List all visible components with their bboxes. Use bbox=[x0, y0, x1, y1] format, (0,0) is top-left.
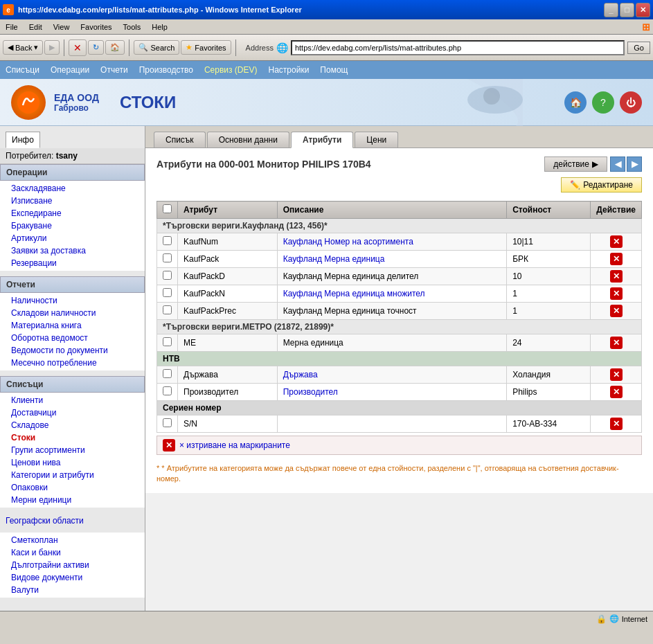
lists-header[interactable]: Списъци bbox=[0, 376, 145, 393]
nav-lists[interactable]: Списъци bbox=[6, 65, 39, 75]
sidebar-grupi[interactable]: Групи асортименти bbox=[0, 444, 145, 456]
sidebar-dostavchici[interactable]: Доставчици bbox=[0, 406, 145, 419]
row-checkbox[interactable] bbox=[163, 386, 172, 395]
edit-button[interactable]: ✏️ Редактиране bbox=[561, 177, 642, 193]
sidebar-klienti[interactable]: Клиенти bbox=[0, 394, 145, 406]
help-button[interactable]: ? bbox=[592, 91, 614, 114]
address-input[interactable] bbox=[291, 40, 625, 55]
operations-header[interactable]: Операции bbox=[0, 164, 145, 181]
close-button[interactable]: ✕ bbox=[636, 3, 650, 17]
row-checkbox[interactable] bbox=[163, 253, 172, 262]
sidebar-materialna[interactable]: Материална книга bbox=[0, 319, 145, 332]
desc-link[interactable]: Кауфланд Мерна единица bbox=[283, 254, 385, 264]
sidebar-mesechno[interactable]: Месечно потребление bbox=[0, 357, 145, 369]
tab-osnovni[interactable]: Основни данни bbox=[207, 132, 289, 147]
desc-link[interactable]: Държава bbox=[283, 370, 318, 379]
forward-button[interactable]: ▶ bbox=[44, 40, 60, 55]
sidebar-merni[interactable]: Мерни единици bbox=[0, 494, 145, 506]
row-checkbox[interactable] bbox=[163, 305, 172, 314]
prev-arrow-button[interactable]: ◀ bbox=[610, 156, 625, 172]
select-all-checkbox[interactable] bbox=[163, 204, 172, 213]
nav-production[interactable]: Производство bbox=[139, 65, 193, 75]
sidebar-nalichnosti[interactable]: Наличности bbox=[0, 294, 145, 307]
desc-link[interactable]: Кауфланд Мерна единица множител bbox=[283, 289, 425, 298]
logout-button[interactable]: ⏻ bbox=[620, 91, 642, 114]
row-checkbox[interactable] bbox=[163, 418, 172, 427]
menu-view[interactable]: View bbox=[48, 21, 75, 33]
desc-link[interactable]: Кауфланд Номер на асортимента bbox=[283, 237, 413, 247]
delete-selected-icon[interactable]: ✕ bbox=[163, 439, 175, 451]
nav-reports[interactable]: Отчети bbox=[100, 65, 128, 75]
row-checkbox[interactable] bbox=[163, 271, 172, 280]
delete-row-button[interactable]: ✕ bbox=[610, 253, 623, 265]
menu-help[interactable]: Help bbox=[146, 21, 173, 33]
search-button[interactable]: 🔍 Search bbox=[134, 40, 179, 55]
attr-name: ME bbox=[178, 334, 278, 352]
delete-row-button[interactable]: ✕ bbox=[610, 287, 623, 300]
sidebar-vedomosti[interactable]: Ведомости по документи bbox=[0, 344, 145, 357]
menu-edit[interactable]: Edit bbox=[24, 21, 48, 33]
minimize-button[interactable]: _ bbox=[604, 3, 618, 17]
nav-operations[interactable]: Операции bbox=[51, 65, 89, 75]
delete-row-button[interactable]: ✕ bbox=[610, 270, 623, 283]
sidebar-skladovi[interactable]: Складови наличности bbox=[0, 307, 145, 319]
back-button[interactable]: ◀ Back ▾ bbox=[3, 40, 43, 55]
tab-spisak[interactable]: Списък bbox=[154, 132, 206, 147]
tab-ceni[interactable]: Цени bbox=[355, 132, 398, 147]
group-header-row: *Търговски вериги.Кауфланд (123, 456)* bbox=[157, 219, 642, 233]
next-arrow-button[interactable]: ▶ bbox=[627, 156, 642, 172]
delete-row-button[interactable]: ✕ bbox=[610, 235, 623, 248]
sidebar-dalgotrayni[interactable]: Дълготрайни активи bbox=[0, 559, 145, 571]
sidebar-vidove[interactable]: Видове документи bbox=[0, 571, 145, 584]
row-checkbox[interactable] bbox=[163, 369, 172, 378]
home-button[interactable]: 🏠 bbox=[105, 40, 125, 55]
delete-row-button[interactable]: ✕ bbox=[610, 368, 623, 381]
favorites-button[interactable]: ★ Favorites bbox=[181, 40, 231, 55]
maximize-button[interactable]: □ bbox=[620, 3, 634, 17]
menu-tools[interactable]: Tools bbox=[118, 21, 147, 33]
go-button[interactable]: Go bbox=[627, 42, 650, 54]
tab-atributi[interactable]: Атрибути bbox=[291, 132, 353, 148]
delete-row-button[interactable]: ✕ bbox=[610, 418, 623, 430]
home-nav-button[interactable]: 🏠 bbox=[564, 91, 587, 114]
sidebar-rezervacii[interactable]: Резервации bbox=[0, 257, 145, 269]
sidebar-valuti[interactable]: Валути bbox=[0, 584, 145, 596]
nav-service[interactable]: Сервиз (DEV) bbox=[204, 65, 258, 75]
nav-help[interactable]: Помощ bbox=[320, 65, 348, 75]
action-button[interactable]: действие ▶ bbox=[544, 156, 607, 172]
sidebar-geo[interactable]: Географски области bbox=[0, 513, 145, 528]
sidebar-stoki[interactable]: Стоки bbox=[0, 431, 145, 444]
menu-favorites[interactable]: Favorites bbox=[75, 21, 117, 33]
sidebar-ekspedirane[interactable]: Експедиране bbox=[0, 207, 145, 220]
sidebar-artikuli[interactable]: Артикули bbox=[0, 232, 145, 244]
sidebar-skladove[interactable]: Складове bbox=[0, 419, 145, 431]
reports-header[interactable]: Отчети bbox=[0, 276, 145, 293]
desc-link[interactable]: Производител bbox=[283, 387, 338, 397]
stop-button[interactable]: ✕ bbox=[69, 39, 87, 56]
page-icon: 🌐 bbox=[276, 42, 288, 53]
sidebar-kategorii[interactable]: Категории и атрибути bbox=[0, 469, 145, 481]
delete-row-button[interactable]: ✕ bbox=[610, 386, 623, 398]
group-name: *Търговски вериги.МЕТРО (21872, 21899)* bbox=[157, 320, 642, 334]
row-checkbox[interactable] bbox=[163, 288, 172, 297]
sidebar-izpisvane[interactable]: Изписване bbox=[0, 195, 145, 207]
sidebar-obortona[interactable]: Оборотна ведомост bbox=[0, 332, 145, 344]
sidebar-cenovi[interactable]: Ценови нива bbox=[0, 456, 145, 469]
sidebar-zakladyavane[interactable]: Заскладяване bbox=[0, 182, 145, 195]
delete-selected-link[interactable]: × изтриване на маркираните bbox=[179, 440, 290, 450]
table-row: KaufPack Кауфланд Мерна единица БРК ✕ bbox=[157, 251, 642, 268]
sidebar-kasi[interactable]: Каси и банки bbox=[0, 546, 145, 559]
delete-row-button[interactable]: ✕ bbox=[610, 305, 623, 317]
row-checkbox-cell bbox=[157, 303, 178, 320]
sidebar-opakovki[interactable]: Опаковки bbox=[0, 481, 145, 494]
sidebar-zayavki[interactable]: Заявки за доставка bbox=[0, 244, 145, 257]
nav-settings[interactable]: Настройки bbox=[269, 65, 310, 75]
row-checkbox[interactable] bbox=[163, 337, 172, 346]
menu-file[interactable]: File bbox=[0, 21, 24, 33]
refresh-button[interactable]: ↻ bbox=[88, 40, 104, 55]
sidebar-brakuvane[interactable]: Бракуване bbox=[0, 220, 145, 232]
sidebar-smetkoplan[interactable]: Сметкоплан bbox=[0, 534, 145, 546]
row-checkbox[interactable] bbox=[163, 236, 172, 245]
sidebar-info-tab[interactable]: Инфо bbox=[6, 132, 40, 148]
delete-row-button[interactable]: ✕ bbox=[610, 337, 623, 349]
